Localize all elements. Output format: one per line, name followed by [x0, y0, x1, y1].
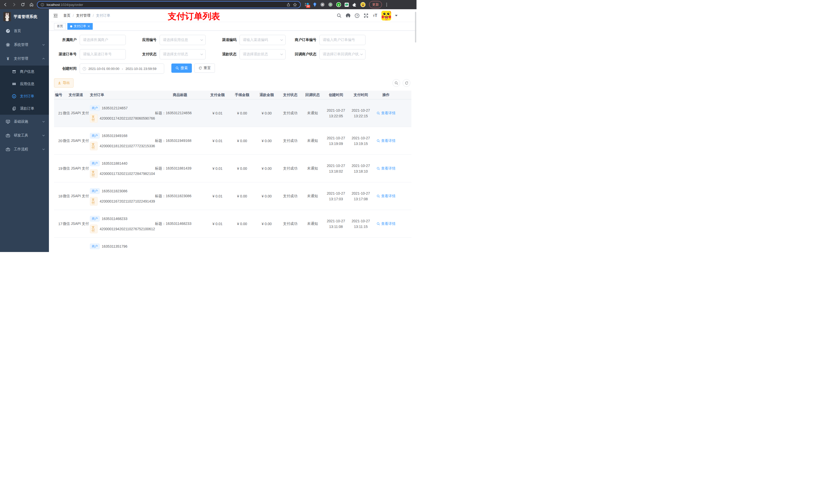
cell-action: 查看详情	[373, 194, 399, 199]
cell-create-time: 2021-10-2713:19:09	[324, 135, 348, 146]
profile-emoji-icon[interactable]	[360, 2, 366, 7]
browser-menu-icon[interactable]	[385, 2, 388, 7]
cell-pay-status: 支付成功	[279, 139, 302, 143]
breadcrumb-pay[interactable]: 支付管理	[76, 13, 90, 18]
briefcase-icon	[6, 147, 10, 152]
window-scrollbar[interactable]	[415, 12, 416, 43]
merchant-order-no-input[interactable]: 请输入商户订单编号	[319, 35, 365, 45]
toggle-search-button[interactable]	[392, 79, 400, 87]
home-icon[interactable]	[29, 2, 34, 7]
extension-diamond-icon[interactable]: 10	[305, 3, 309, 7]
tab-close-icon[interactable]	[88, 25, 90, 27]
breadcrumb-home[interactable]: 首页	[63, 13, 70, 18]
channel-order-no-input[interactable]: 请输入渠道订单号	[80, 49, 126, 59]
cell-fee-amount: ¥ 0.00	[230, 111, 254, 115]
app-select[interactable]: 请选择应用信息	[160, 35, 206, 45]
extension-chat-icon[interactable]	[344, 3, 349, 7]
filter-app: 应用编号 请选择应用信息	[134, 35, 214, 45]
merchant-select[interactable]: 请选择所属商户	[80, 35, 126, 45]
cell-pay-amount: ¥ 0.01	[205, 139, 230, 143]
cell-title: 标题：1635311949168	[155, 139, 205, 143]
extension-dot-icon[interactable]	[328, 2, 333, 7]
tab-home[interactable]: 首页	[54, 23, 66, 30]
view-detail-link[interactable]: 查看详情	[377, 194, 396, 198]
sidebar-collapse-icon[interactable]	[53, 13, 58, 18]
sidebar-item-dev-tools[interactable]: 研发工具	[0, 128, 49, 142]
chevron-down-icon	[200, 53, 203, 55]
pay-tag: 支付	[90, 142, 98, 150]
refund-status-select[interactable]: 请选择退款状态	[239, 49, 286, 59]
extension-y-icon[interactable]: y	[336, 2, 341, 7]
sidebar-item-infra[interactable]: 基础设施	[0, 115, 49, 128]
yen-icon: ¥	[6, 56, 10, 61]
cell-channel: 微信 JSAPI 支付	[62, 221, 89, 226]
cell-fee-amount: ¥ 0.00	[230, 222, 254, 226]
caret-down-icon[interactable]	[395, 15, 398, 16]
cell-title: 标题：1635311468233	[155, 221, 205, 226]
sidebar-item-refund-order[interactable]: 退款订单	[0, 102, 49, 115]
sidebar-item-app-info[interactable]: 应用信息	[0, 78, 49, 90]
clock-icon	[82, 67, 86, 71]
filter-refund-status: 退款状态 请选择退款状态	[214, 49, 294, 59]
search-icon[interactable]	[337, 13, 342, 18]
forward-icon[interactable]	[12, 2, 16, 7]
share-icon[interactable]	[286, 3, 290, 7]
bookmark-star-icon[interactable]	[293, 3, 297, 7]
chevron-down-icon	[200, 39, 203, 41]
back-icon[interactable]	[3, 2, 8, 7]
chevron-down-icon	[280, 53, 283, 55]
sidebar-item-system[interactable]: 系统管理	[0, 38, 49, 52]
cell-notify-status: 未通知	[302, 139, 324, 143]
pay-order-no: 4200001194202110276752100612	[100, 227, 155, 231]
cell-action: 查看详情	[373, 111, 399, 116]
cell-pay-time: 2021-10-2713:22:15	[348, 107, 373, 119]
fullscreen-icon[interactable]	[363, 13, 368, 18]
font-size-icon[interactable]: TT	[373, 13, 378, 18]
create-time-range-picker[interactable]: 2021-10-01 00:00:00 - 2021-10-31 23:59:5…	[80, 64, 164, 74]
search-button[interactable]: 搜索	[171, 64, 192, 73]
documents-icon	[12, 106, 16, 111]
view-detail-link[interactable]: 查看详情	[377, 166, 396, 171]
extension-command-icon[interactable]: ⌘	[320, 2, 325, 7]
sidebar-item-label: 商户信息	[20, 69, 34, 74]
sidebar-item-workflow[interactable]: 工作流程	[0, 142, 49, 156]
cell-pay-order: 商户 1635311823086 支付 42000011672021102710…	[89, 182, 155, 210]
user-avatar[interactable]	[381, 11, 391, 21]
cell-action	[373, 249, 399, 252]
export-button[interactable]: 导出	[54, 78, 73, 88]
url-bar[interactable]: localhost:1024/pay/order	[37, 1, 301, 8]
reset-button[interactable]: 重置	[194, 64, 215, 73]
sidebar-item-pay-order[interactable]: ¥ 支付订单	[0, 90, 49, 102]
refresh-table-button[interactable]	[403, 79, 410, 87]
browser-update-button[interactable]: 更新	[369, 1, 382, 8]
merchant-order-line: 商户 1635311351796	[90, 243, 127, 250]
view-detail-link[interactable]: 查看详情	[377, 111, 396, 116]
table-row: 20 微信 JSAPI 支付 商户 1635311949168 支付 42000…	[54, 127, 411, 155]
notify-status-select[interactable]: 请选择订单回调商户状态	[319, 49, 365, 59]
pay-order-no: 4200001174202110278060590766	[100, 116, 155, 120]
sidebar-item-label: 首页	[14, 29, 21, 33]
extensions-puzzle-icon[interactable]	[352, 2, 357, 7]
sidebar-item-merchant-info[interactable]: 商户信息	[0, 66, 49, 78]
url-text: localhost:1024/pay/order	[47, 3, 83, 7]
app-title: 芋道管理系统	[14, 14, 38, 19]
help-icon[interactable]: ?	[355, 13, 360, 18]
extension-gem-icon[interactable]	[313, 2, 317, 7]
pay-order-no: 4200001181202110277723215336	[100, 144, 155, 148]
pay-tag: 支付	[90, 197, 98, 206]
svg-text:?: ?	[356, 14, 358, 17]
site-info-icon[interactable]	[41, 3, 44, 7]
channel-code-select[interactable]: 请输入渠道编码	[239, 35, 286, 45]
tab-pay-order[interactable]: 支付订单	[67, 23, 93, 30]
view-detail-link[interactable]: 查看详情	[377, 221, 396, 226]
sidebar-item-label: 研发工具	[14, 133, 28, 138]
github-icon[interactable]	[346, 13, 351, 18]
sidebar-item-pay[interactable]: ¥ 支付管理	[0, 52, 49, 66]
cell-title: 标题：1635311823086	[155, 194, 205, 198]
sidebar-item-home[interactable]: 首页	[0, 24, 49, 38]
chevron-down-icon	[360, 53, 363, 55]
pay-status-select[interactable]: 请选择支付状态	[160, 49, 206, 59]
view-detail-link[interactable]: 查看详情	[377, 139, 396, 143]
cell-refund-amount: ¥ 0.00	[254, 111, 279, 115]
reload-icon[interactable]	[21, 2, 25, 7]
